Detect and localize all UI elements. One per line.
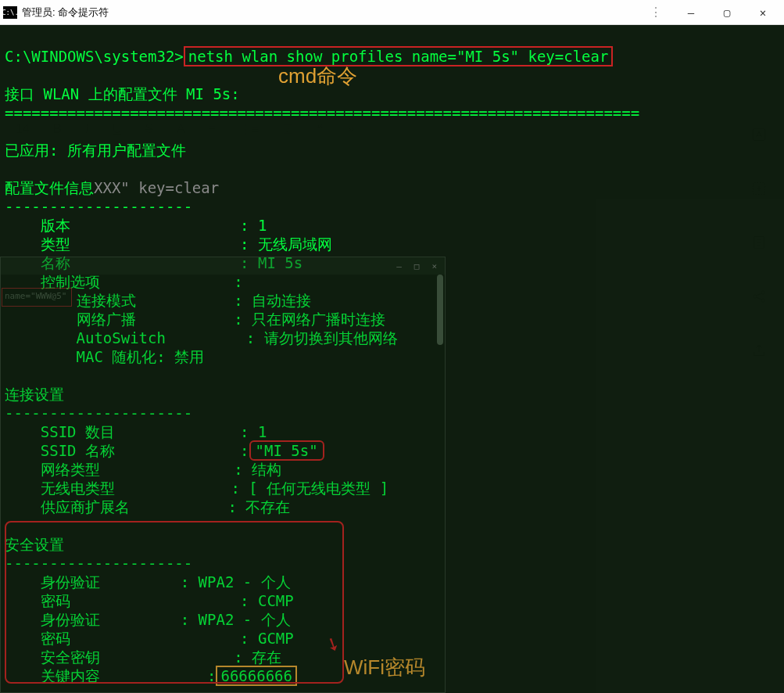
command-highlight-box: netsh wlan show profiles name="MI 5s" ke… — [184, 46, 614, 66]
cipher2-value: GCMP — [258, 630, 294, 647]
maximize-button[interactable]: ▢ — [709, 1, 745, 24]
command-prompt-window: C:\. 管理员: 命令提示符 ⋮ — ▢ ✕ C:\WINDOWS\syste… — [0, 0, 784, 693]
interface-header: 接口 WLAN 上的配置文件 MI 5s: — [5, 85, 240, 102]
auth2-key: 身份验证 — [41, 611, 100, 628]
radio-value: [ 任何无线电类型 ] — [249, 479, 388, 497]
type-key: 类型 — [41, 235, 70, 253]
broadcast-value: 只在网络广播时连接 — [252, 311, 385, 328]
dashes: --------------------- — [5, 198, 192, 215]
dashes: --------------------- — [5, 404, 192, 422]
ssid-name-highlight: "MI 5s" — [249, 440, 324, 461]
control-key: 控制选项 — [41, 273, 100, 290]
applied-label: 已应用: — [5, 142, 58, 159]
cipher2-key: 密码 — [41, 630, 70, 647]
nettype-key: 网络类型 — [41, 461, 100, 478]
type-value: 无线局域网 — [258, 235, 332, 253]
cipher1-value: CCMP — [258, 592, 294, 609]
vendor-key: 供应商扩展名 — [41, 498, 130, 515]
autoswitch-value: 请勿切换到其他网络 — [264, 329, 398, 346]
ssid-count-value: 1 — [258, 423, 267, 440]
prompt-text: C:\WINDOWS\system32> — [5, 48, 184, 65]
cipher1-key: 密码 — [41, 592, 70, 609]
key-content-key: 关键内容 — [41, 667, 100, 684]
security-settings-header: 安全设置 — [5, 536, 64, 553]
connmode-value: 自动连接 — [252, 292, 311, 309]
window-controls: — ▢ ✕ — [673, 1, 781, 24]
security-key-value: 存在 — [252, 648, 281, 666]
dashes: --------------------- — [5, 555, 192, 572]
connmode-key: 连接模式 — [77, 292, 136, 309]
conn-settings-header: 连接设置 — [5, 386, 64, 403]
divider: ========================================… — [5, 104, 639, 121]
cmd-annotation-label: cmd命令 — [278, 63, 357, 90]
autoswitch-key: AutoSwitch — [77, 329, 166, 346]
wifi-annotation-label: WiFi密码 — [344, 654, 425, 681]
terminal-output[interactable]: C:\WINDOWS\system32>netsh wlan show prof… — [0, 25, 784, 693]
security-key-key: 安全密钥 — [41, 648, 100, 666]
auth1-key: 身份验证 — [41, 573, 100, 591]
ghost-text: XXX" key=clear — [94, 179, 219, 196]
mac-random-row: MAC 随机化: 禁用 — [77, 348, 205, 365]
applied-value: 所有用户配置文件 — [67, 142, 186, 159]
name-value: MI 5s — [258, 254, 303, 271]
kebab-menu-icon[interactable]: ⋮ — [640, 5, 673, 20]
version-value: 1 — [258, 217, 267, 234]
radio-key: 无线电类型 — [41, 479, 115, 497]
title-bar[interactable]: C:\. 管理员: 命令提示符 ⋮ — ▢ ✕ — [0, 0, 784, 25]
profile-info-header: 配置文件信息 — [5, 179, 94, 196]
ssid-count-key: SSID 数目 — [41, 423, 115, 440]
broadcast-key: 网络广播 — [77, 311, 136, 328]
close-button[interactable]: ✕ — [745, 1, 781, 24]
cmd-icon: C:\. — [3, 6, 17, 19]
auth1-value: WPA2 - 个人 — [199, 573, 291, 591]
minimize-button[interactable]: — — [673, 1, 709, 24]
auth2-value: WPA2 - 个人 — [199, 611, 291, 628]
nettype-value: 结构 — [252, 461, 281, 478]
ssid-name-key: SSID 名称 — [41, 442, 115, 459]
password-highlight: 66666666 — [216, 666, 297, 686]
window-title: 管理员: 命令提示符 — [22, 5, 640, 20]
vendor-value: 不存在 — [245, 498, 290, 515]
version-key: 版本 — [41, 217, 70, 234]
name-key: 名称 — [41, 254, 70, 271]
